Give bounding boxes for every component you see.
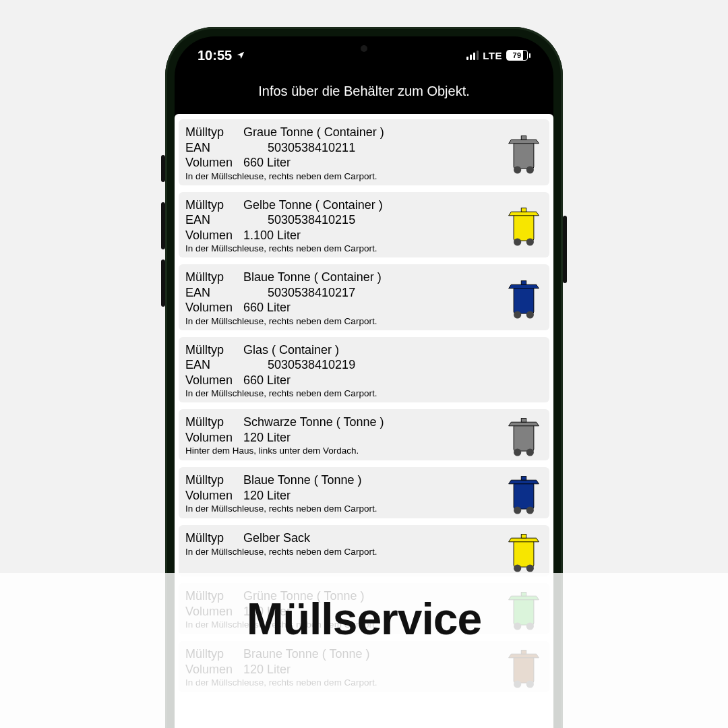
bin-ean: 5030538410217	[243, 285, 355, 301]
bin-card[interactable]: MülltypBlaue Tonne ( Tonne )Volumen120 L…	[179, 467, 549, 518]
bin-card[interactable]: MülltypBlaue Tonne ( Container )EAN50305…	[179, 264, 549, 330]
label-ean: EAN	[185, 212, 243, 228]
label-type: Mülltyp	[185, 530, 243, 546]
trash-bin-icon	[505, 415, 543, 456]
bin-card[interactable]: MülltypGelber SackIn der Müllschleuse, r…	[179, 525, 549, 576]
svg-point-19	[526, 448, 534, 456]
svg-rect-15	[514, 425, 534, 451]
svg-point-29	[526, 564, 534, 572]
svg-point-28	[514, 564, 521, 572]
svg-marker-6	[509, 212, 539, 216]
svg-point-8	[514, 239, 521, 246]
bin-card[interactable]: MülltypGraue Tonne ( Container )EAN50305…	[179, 119, 549, 185]
svg-marker-1	[509, 140, 539, 144]
bin-note: In der Müllschleuse, rechts neben dem Ca…	[185, 547, 501, 557]
svg-rect-20	[514, 483, 534, 509]
bin-volume: 660 Liter	[243, 300, 291, 315]
bin-type: Blaue Tonne ( Container )	[243, 270, 382, 285]
bin-volume: 120 Liter	[243, 430, 291, 446]
bin-ean: 5030538410211	[243, 140, 355, 156]
bin-type: Glas ( Container )	[243, 342, 339, 358]
label-volume: Volumen	[185, 373, 243, 388]
bin-volume: 660 Liter	[243, 373, 291, 388]
notch	[300, 36, 428, 61]
svg-rect-12	[521, 280, 526, 284]
svg-point-14	[526, 311, 534, 318]
label-type: Mülltyp	[185, 270, 243, 285]
bin-note: Hinter dem Haus, links unter dem Vordach…	[185, 446, 501, 456]
side-button	[563, 216, 567, 283]
svg-marker-11	[509, 284, 539, 289]
bin-ean: 5030538410215	[243, 212, 355, 228]
label-volume: Volumen	[185, 430, 243, 446]
label-volume: Volumen	[185, 228, 243, 243]
svg-point-24	[526, 506, 534, 514]
caption-overlay: Müllservice	[0, 573, 728, 728]
svg-rect-22	[521, 477, 526, 481]
trash-bin-icon	[505, 349, 543, 391]
trash-bin-icon	[505, 132, 543, 174]
label-volume: Volumen	[185, 488, 243, 504]
svg-rect-17	[521, 419, 526, 423]
trash-bin-icon	[505, 277, 543, 319]
status-time: 10:55	[198, 48, 232, 63]
svg-marker-16	[509, 422, 539, 426]
bin-card[interactable]: MülltypGlas ( Container )EAN503053841021…	[179, 337, 549, 403]
svg-rect-7	[521, 208, 526, 212]
page-title: Infos über die Behälter zum Objekt.	[175, 74, 553, 114]
bin-ean: 5030538410219	[243, 357, 355, 373]
bin-type: Gelbe Tonne ( Container )	[243, 198, 383, 213]
svg-marker-26	[509, 538, 539, 542]
network-label: LTE	[483, 50, 502, 61]
bin-note: In der Müllschleuse, rechts neben dem Ca…	[185, 171, 501, 181]
label-ean: EAN	[185, 140, 243, 156]
svg-rect-10	[514, 287, 534, 313]
label-ean: EAN	[185, 285, 243, 301]
bin-note: In der Müllschleuse, rechts neben dem Ca…	[185, 243, 501, 253]
trash-bin-icon	[505, 473, 543, 514]
bin-type: Blaue Tonne ( Tonne )	[243, 473, 361, 488]
battery-icon: 79	[506, 50, 530, 61]
label-volume: Volumen	[185, 300, 243, 315]
bin-card[interactable]: MülltypSchwarze Tonne ( Tonne )Volumen12…	[179, 409, 549, 460]
svg-point-4	[526, 166, 534, 173]
svg-point-18	[514, 448, 521, 456]
svg-rect-25	[514, 541, 534, 567]
side-button	[161, 155, 165, 182]
bin-type: Gelber Sack	[243, 530, 310, 546]
trash-bin-icon	[505, 530, 543, 572]
svg-rect-0	[514, 142, 534, 169]
svg-point-13	[514, 311, 521, 318]
bin-note: In der Müllschleuse, rechts neben dem Ca…	[185, 504, 501, 514]
battery-level: 79	[506, 50, 528, 61]
side-button	[161, 202, 165, 249]
bin-volume: 120 Liter	[243, 488, 291, 504]
svg-marker-21	[509, 480, 539, 484]
bin-card[interactable]: MülltypGelbe Tonne ( Container )EAN50305…	[179, 192, 549, 258]
label-type: Mülltyp	[185, 473, 243, 488]
svg-point-3	[514, 166, 521, 173]
bin-note: In der Müllschleuse, rechts neben dem Ca…	[185, 388, 501, 398]
svg-rect-5	[514, 214, 534, 241]
bin-type: Schwarze Tonne ( Tonne )	[243, 415, 384, 430]
label-type: Mülltyp	[185, 342, 243, 358]
label-ean: EAN	[185, 357, 243, 373]
caption-title: Müllservice	[247, 593, 482, 644]
side-button	[161, 260, 165, 307]
label-type: Mülltyp	[185, 415, 243, 430]
bin-note: In der Müllschleuse, rechts neben dem Ca…	[185, 316, 501, 326]
bin-type: Graue Tonne ( Container )	[243, 125, 384, 140]
svg-point-9	[526, 239, 534, 246]
svg-rect-27	[521, 535, 526, 539]
signal-icon	[466, 51, 479, 60]
svg-point-23	[514, 506, 521, 514]
location-arrow-icon	[236, 51, 245, 60]
bin-volume: 660 Liter	[243, 155, 291, 171]
bin-volume: 1.100 Liter	[243, 228, 301, 243]
trash-bin-icon	[505, 204, 543, 246]
label-type: Mülltyp	[185, 198, 243, 213]
svg-rect-2	[521, 135, 526, 140]
label-volume: Volumen	[185, 155, 243, 171]
label-type: Mülltyp	[185, 125, 243, 140]
